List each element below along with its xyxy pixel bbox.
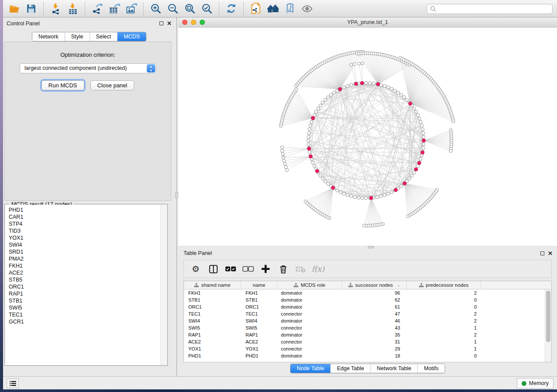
mcds-result-item[interactable]: PHD1 bbox=[5, 206, 167, 213]
tab-mcds[interactable]: MCDS bbox=[117, 32, 146, 41]
mcds-result-scrollbar[interactable] bbox=[160, 205, 167, 365]
toolbar-separator bbox=[43, 2, 44, 15]
scrollbar-thumb[interactable] bbox=[546, 291, 550, 342]
table-cell: SWI4 bbox=[184, 317, 241, 324]
import-network-icon[interactable] bbox=[50, 3, 62, 14]
tab-style[interactable]: Style bbox=[65, 32, 90, 41]
table-row[interactable]: SWI4SWI4dominator462 bbox=[184, 317, 545, 324]
hide-toggle-icon[interactable] bbox=[284, 3, 296, 14]
table-cell: 31 bbox=[342, 338, 407, 345]
mcds-result-item[interactable]: YOX1 bbox=[5, 234, 167, 241]
splitter-grip[interactable] bbox=[175, 192, 178, 198]
zoom-in-icon[interactable] bbox=[150, 3, 162, 14]
toolbar-separator bbox=[219, 2, 219, 15]
settings-gear-icon[interactable]: ⚙ bbox=[189, 263, 202, 275]
tab-network[interactable]: Network bbox=[32, 32, 65, 41]
memory-button[interactable]: Memory bbox=[517, 378, 554, 389]
table-row[interactable]: PHD1PHD1dominator180 bbox=[184, 352, 545, 359]
table-row[interactable]: SWI5SWI5connector431 bbox=[184, 324, 545, 331]
network-view-titlebar: YPA_prune.txt_1 bbox=[178, 17, 557, 28]
table-row[interactable]: YOX1YOX1connector291 bbox=[184, 345, 545, 352]
screen: Control Panel ✕ Network Style Select MCD… bbox=[0, 0, 557, 392]
save-session-icon[interactable] bbox=[25, 3, 37, 14]
mcds-result-item[interactable]: RAP1 bbox=[5, 290, 167, 297]
search-box[interactable] bbox=[427, 4, 553, 14]
zoom-fit-icon[interactable] bbox=[184, 3, 196, 14]
node-table-body[interactable]: FKH1FKH1dominator962STB1STB1dominator620… bbox=[184, 289, 545, 362]
tab-edge-table[interactable]: Edge Table bbox=[330, 364, 370, 373]
share-network-file-icon[interactable] bbox=[250, 3, 262, 14]
mcds-result-item[interactable]: TID3 bbox=[5, 227, 167, 234]
mcds-result-item[interactable]: SWI4 bbox=[5, 241, 167, 248]
table-cell: dominator bbox=[277, 296, 342, 303]
add-column-icon[interactable] bbox=[259, 263, 272, 275]
mcds-result-item[interactable]: STB5 bbox=[5, 276, 167, 283]
float-panel-icon[interactable] bbox=[159, 21, 163, 25]
zoom-out-icon[interactable] bbox=[167, 3, 179, 14]
column-header-successor-nodes[interactable]: successor nodes ⌄ bbox=[342, 281, 407, 289]
import-table-icon[interactable] bbox=[67, 3, 79, 14]
table-cell: 0 bbox=[407, 303, 481, 310]
table-scrollbar[interactable] bbox=[545, 289, 551, 362]
column-header-name[interactable]: name bbox=[241, 281, 277, 289]
table-cell: ORC1 bbox=[184, 303, 241, 310]
open-session-icon[interactable] bbox=[8, 3, 20, 14]
mcds-result-item[interactable]: PMA2 bbox=[5, 255, 167, 262]
column-header-predecessor-nodes[interactable]: predecessor nodes bbox=[407, 281, 481, 289]
zoom-selected-icon[interactable] bbox=[201, 3, 213, 14]
mcds-result-item[interactable]: SRD1 bbox=[5, 248, 167, 255]
close-panel-icon[interactable]: ✕ bbox=[167, 21, 172, 25]
table-cell: 0 bbox=[407, 352, 481, 359]
mcds-result-item[interactable]: CAR1 bbox=[5, 213, 167, 220]
vertical-splitter[interactable] bbox=[175, 17, 178, 376]
close-panel-icon[interactable]: ✕ bbox=[548, 251, 553, 255]
column-header-mcds-role[interactable]: MCDS role bbox=[277, 281, 342, 289]
column-header-shared-name[interactable]: shared name bbox=[184, 281, 241, 289]
mcds-result-item[interactable]: STB1 bbox=[5, 297, 167, 304]
table-cell: ACE2 bbox=[241, 338, 277, 345]
select-all-icon[interactable] bbox=[224, 263, 237, 275]
float-panel-icon[interactable] bbox=[540, 251, 544, 255]
close-panel-button[interactable]: Close panel bbox=[90, 80, 135, 90]
eye-preview-icon[interactable] bbox=[301, 3, 313, 14]
tab-select[interactable]: Select bbox=[90, 32, 118, 41]
table-cell: FKH1 bbox=[184, 289, 241, 296]
home-icon[interactable] bbox=[267, 3, 279, 14]
mcds-result-list[interactable]: PHD1CAR1STP4TID3YOX1SWI4SRD1PMA2FKH1ACE2… bbox=[5, 205, 167, 365]
run-mcds-button[interactable]: Run MCDS bbox=[42, 80, 84, 90]
table-row[interactable]: FKH1FKH1dominator962 bbox=[184, 289, 545, 296]
search-input[interactable] bbox=[436, 6, 552, 12]
table-row[interactable]: ORC1ORC1dominator610 bbox=[184, 303, 545, 310]
network-graph bbox=[178, 28, 557, 246]
desktop-wallpaper-bottom bbox=[0, 389, 557, 392]
export-image-icon[interactable] bbox=[125, 3, 137, 14]
deselect-all-icon[interactable] bbox=[242, 263, 255, 275]
optimization-criterion-select[interactable]: largest connected component (undirected)… bbox=[20, 63, 156, 73]
toolbar-separator bbox=[85, 2, 85, 15]
table-row[interactable]: ACE2ACE2connector311 bbox=[184, 338, 545, 345]
mcds-result-item[interactable]: ACE2 bbox=[5, 269, 167, 276]
table-toolbar: ⚙ f(x) bbox=[183, 260, 552, 278]
mcds-result-item[interactable]: GCR1 bbox=[5, 318, 167, 325]
mcds-result-item[interactable]: ORC1 bbox=[5, 283, 167, 290]
table-row[interactable]: RAP1RAP1dominator352 bbox=[184, 331, 545, 338]
table-cell: connector bbox=[277, 324, 342, 331]
table-row[interactable]: STB1STB1dominator620 bbox=[184, 296, 545, 303]
mcds-result-item[interactable]: SWI5 bbox=[5, 304, 167, 311]
show-columns-icon[interactable] bbox=[207, 263, 220, 275]
mcds-result-item[interactable]: STP4 bbox=[5, 220, 167, 227]
table-cell: SWI5 bbox=[241, 324, 277, 331]
table-row[interactable]: TEC1TEC1connector472 bbox=[184, 310, 545, 317]
export-network-icon[interactable] bbox=[91, 3, 103, 14]
task-history-button[interactable] bbox=[7, 378, 19, 388]
network-canvas[interactable] bbox=[178, 28, 557, 246]
tab-network-table[interactable]: Network Table bbox=[370, 364, 418, 373]
table-cell: YOX1 bbox=[241, 345, 277, 352]
tab-motifs[interactable]: Motifs bbox=[417, 364, 444, 373]
tab-node-table[interactable]: Node Table bbox=[291, 364, 330, 373]
refresh-icon[interactable] bbox=[225, 3, 237, 14]
mcds-result-item[interactable]: TEC1 bbox=[5, 311, 167, 318]
delete-column-icon[interactable] bbox=[277, 263, 290, 275]
mcds-result-item[interactable]: FKH1 bbox=[5, 262, 167, 269]
export-table-icon[interactable] bbox=[108, 3, 120, 14]
